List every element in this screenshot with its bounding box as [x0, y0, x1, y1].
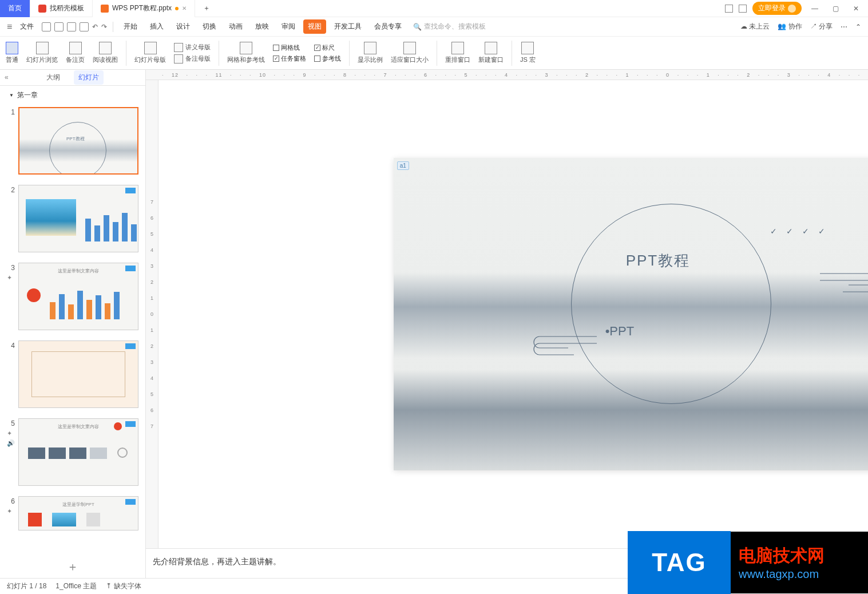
- js-macro[interactable]: JS 宏: [520, 42, 536, 64]
- template-tab-label: 找稻壳模板: [50, 3, 84, 13]
- layout-icon[interactable]: [725, 5, 733, 13]
- read-icon: [99, 42, 112, 54]
- collapse-panel-icon[interactable]: «: [5, 73, 9, 81]
- missing-font-button[interactable]: ⤒ 缺失字体: [106, 581, 141, 591]
- thumbnail[interactable]: [18, 185, 138, 252]
- more-icon[interactable]: ⋯: [841, 23, 847, 31]
- view-checks-col1: 网格线 ✓任务窗格: [273, 43, 306, 63]
- menu-member[interactable]: 会员专享: [370, 19, 406, 34]
- theme-indicator[interactable]: 1_Office 主题: [56, 581, 97, 591]
- view-browse[interactable]: 幻灯片浏览: [26, 42, 58, 64]
- share-button[interactable]: ↗ 分享: [810, 22, 833, 31]
- slide[interactable]: a1 PPT教程 •PPT ✓ ✓ ✓ ✓: [394, 158, 868, 470]
- thumbnail[interactable]: 这里是带制文案内容: [18, 263, 138, 330]
- tab-outline[interactable]: 大纲: [42, 70, 65, 85]
- slide-canvas[interactable]: a1 PPT教程 •PPT ✓ ✓ ✓ ✓: [158, 80, 868, 548]
- menu-start[interactable]: 开始: [119, 19, 142, 34]
- lecture-icon: [174, 43, 183, 52]
- print-icon[interactable]: [67, 22, 76, 31]
- vertical-ruler[interactable]: 765432101234567: [146, 80, 158, 548]
- minimize-button[interactable]: —: [807, 1, 822, 16]
- slide-thumb-2[interactable]: 2: [7, 185, 138, 252]
- menu-view[interactable]: 视图: [303, 19, 326, 34]
- open-icon[interactable]: [42, 22, 51, 31]
- thumbnail[interactable]: PPT教程: [18, 107, 138, 175]
- undo-icon[interactable]: ↶: [92, 23, 98, 31]
- menu-slideshow[interactable]: 放映: [251, 19, 274, 34]
- watermark-text: 电脑技术网 www.tagxp.com: [731, 532, 868, 593]
- zoom[interactable]: 显示比例: [358, 42, 383, 64]
- chevron-down-icon: ▼: [9, 93, 14, 98]
- menu-bar: ≡ 文件 ↶ ↷ 开始 插入 设计 切换 动画 放映 审阅 视图 开发工具 会员…: [0, 17, 868, 37]
- menu-design[interactable]: 设计: [172, 19, 195, 34]
- view-read[interactable]: 阅读视图: [93, 42, 118, 64]
- notes-text[interactable]: 先介绍背景信息，再进入主题讲解。: [153, 557, 281, 566]
- thumbnail[interactable]: 这里是带制文案内容: [18, 418, 138, 486]
- decorative-circle: [571, 204, 771, 404]
- slide-thumb-5[interactable]: 5✦🔊 这里是带制文案内容: [7, 418, 138, 486]
- redo-icon[interactable]: ↷: [101, 23, 107, 31]
- menu-transition[interactable]: 切换: [198, 19, 221, 34]
- note-master[interactable]: 备注母版: [174, 54, 211, 64]
- collapse-ribbon-icon[interactable]: ⌃: [855, 23, 861, 31]
- fit-icon: [403, 42, 416, 54]
- tab-slides[interactable]: 幻灯片: [74, 70, 104, 85]
- slide-title[interactable]: PPT教程: [626, 251, 691, 271]
- checkbox-icon: [273, 45, 279, 51]
- add-slide-button[interactable]: ＋: [0, 556, 145, 578]
- browse-icon: [36, 42, 49, 54]
- cloud-decoration: [520, 330, 600, 356]
- maximize-button[interactable]: ▢: [828, 1, 843, 16]
- rearrange-windows[interactable]: 重排窗口: [445, 42, 470, 64]
- slide-thumb-6[interactable]: 6✦ 这里是学制PPT: [7, 496, 138, 530]
- menu-icon[interactable]: ≡: [7, 22, 12, 32]
- file-menu[interactable]: 文件: [15, 19, 38, 34]
- slide-subtitle[interactable]: •PPT: [605, 324, 635, 339]
- quick-access-toolbar: ↶ ↷: [42, 22, 107, 31]
- thumbnail-list[interactable]: 1 PPT教程 2 3✦ 这里是带制文案内容: [0, 105, 145, 556]
- home-tab[interactable]: 首页: [0, 0, 30, 17]
- slide-thumb-4[interactable]: 4: [7, 340, 138, 408]
- slide-thumb-3[interactable]: 3✦ 这里是带制文案内容: [7, 263, 138, 330]
- command-search[interactable]: 🔍 查找命令、搜索模板: [413, 22, 486, 31]
- checkbox-icon: [314, 56, 320, 62]
- slide-thumb-1[interactable]: 1 PPT教程: [7, 107, 138, 175]
- save-icon[interactable]: [54, 22, 64, 31]
- grid-guides[interactable]: 网格和参考线: [227, 42, 265, 64]
- apps-icon[interactable]: [739, 5, 747, 13]
- lecture-master[interactable]: 讲义母版: [174, 43, 211, 52]
- chapter-header[interactable]: ▼第一章: [0, 86, 145, 105]
- horizontal-ruler[interactable]: · 12 · · · 11 · · · 10 · · · 9 · · · 8 ·…: [146, 70, 868, 80]
- view-normal[interactable]: 普通: [6, 42, 18, 64]
- chk-guides[interactable]: 参考线: [314, 54, 341, 63]
- thumbnail[interactable]: [18, 340, 138, 408]
- comment-indicator[interactable]: a1: [397, 161, 409, 170]
- slide-counter[interactable]: 幻灯片 1 / 18: [7, 581, 46, 591]
- view-notes[interactable]: 备注页: [66, 42, 85, 64]
- search-placeholder: 查找命令、搜索模板: [424, 22, 486, 31]
- home-tab-label: 首页: [8, 3, 22, 13]
- new-tab-button[interactable]: ＋: [195, 0, 218, 17]
- coop-button[interactable]: 👥 协作: [778, 22, 802, 31]
- main-area: « 大纲 幻灯片 ▼第一章 1 PPT教程 2: [0, 70, 868, 578]
- new-window[interactable]: 新建窗口: [478, 42, 504, 64]
- menu-insert[interactable]: 插入: [145, 19, 168, 34]
- preview-icon[interactable]: [80, 22, 89, 31]
- template-tab[interactable]: 找稻壳模板: [30, 0, 93, 17]
- chk-ruler[interactable]: ✓标尺: [314, 43, 341, 52]
- thumbnail[interactable]: 这里是学制PPT: [18, 496, 138, 530]
- chk-taskpane[interactable]: ✓任务窗格: [273, 54, 306, 63]
- menu-devtools[interactable]: 开发工具: [330, 19, 366, 34]
- file-tab[interactable]: WPS PPT教程.pptx ✕: [93, 0, 195, 17]
- menu-animation[interactable]: 动画: [224, 19, 247, 34]
- watermark: TAG 电脑技术网 www.tagxp.com: [628, 531, 868, 594]
- login-button[interactable]: 立即登录: [752, 2, 802, 15]
- fit-window[interactable]: 适应窗口大小: [391, 42, 429, 64]
- badge-icon: [125, 343, 136, 349]
- close-tab-icon[interactable]: ✕: [182, 5, 187, 11]
- slide-master[interactable]: 幻灯片母版: [134, 42, 166, 64]
- close-window-button[interactable]: ✕: [849, 1, 863, 16]
- chk-gridlines[interactable]: 网格线: [273, 43, 306, 52]
- cloud-status[interactable]: ☁ 未上云: [740, 22, 770, 31]
- menu-review[interactable]: 审阅: [277, 19, 300, 34]
